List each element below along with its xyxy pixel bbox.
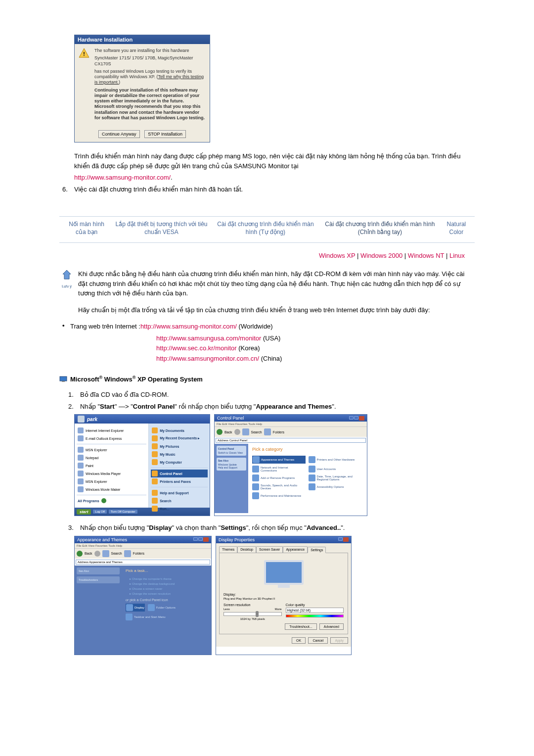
tab-themes[interactable]: Themes — [219, 546, 237, 553]
cp-printers[interactable]: Printers and Other Hardware — [309, 456, 362, 464]
resolution-slider[interactable] — [223, 612, 282, 616]
dialog-title: Hardware Installation — [75, 35, 210, 44]
cp-datetime[interactable]: Date, Time, Language, and Regional Optio… — [309, 474, 362, 481]
sm-control-panel[interactable]: Control Panel — [151, 470, 208, 477]
advanced-button[interactable]: Advanced — [319, 623, 344, 630]
sm-recent[interactable]: My Recent Documents ▸ — [151, 434, 208, 442]
avatar — [78, 416, 85, 423]
ok-button[interactable]: OK — [292, 637, 306, 644]
close-icon[interactable] — [359, 416, 364, 421]
cpd-display-icon[interactable]: Display — [126, 604, 145, 612]
cpd-address[interactable]: Address Appearance and Themes — [76, 560, 210, 565]
taskbar-turnoff[interactable]: Turn Off Computer — [109, 510, 137, 514]
back-icon[interactable] — [217, 429, 222, 435]
samsung-monitor-link[interactable]: http://www.samsung-monitor.com/ — [74, 174, 171, 181]
link-windows-2000[interactable]: Windows 2000 — [360, 252, 402, 259]
sm-msn2[interactable]: MSN Explorer — [77, 477, 146, 485]
step-6: 6. Việc cài đặt chương trình điều khiển … — [62, 185, 475, 194]
search-icon[interactable] — [102, 550, 109, 557]
cp-accessibility[interactable]: Accessibility Options — [309, 483, 362, 490]
link-samsung-china[interactable]: http://www.samsungmonitor.com.cn/ — [156, 355, 259, 362]
forward-icon[interactable] — [234, 429, 240, 435]
link-linux[interactable]: Linux — [449, 252, 465, 259]
link-samsung-monitor-ww[interactable]: http://www.samsung-monitor.com/ — [140, 323, 237, 330]
min-icon[interactable] — [193, 537, 198, 541]
sm-run[interactable]: Run... — [151, 505, 208, 513]
cpd-menu[interactable]: File Edit View Favorites Tools Help — [75, 543, 211, 548]
task-screensaver[interactable]: Choose a screen saver — [126, 587, 207, 590]
cp-sounds[interactable]: Sounds, Speech, and Audio Devices — [252, 483, 306, 490]
cp-performance[interactable]: Performance and Maintenance — [252, 492, 306, 499]
tab-settings[interactable]: Settings — [308, 547, 326, 553]
sm-help[interactable]: Help and Support — [151, 489, 208, 497]
sm-msn[interactable]: MSN Explorer — [77, 446, 146, 454]
tab-appearance[interactable]: Appearance — [283, 546, 308, 553]
color-quality-select[interactable]: Highest (32 bit) — [286, 608, 344, 613]
tab-driver-manual[interactable]: Cài đặt chương trình điều khiển màn hình… — [319, 217, 441, 240]
tab-vesa[interactable]: Lắp đặt thiết bị tương thích với tiêu ch… — [111, 217, 212, 240]
link-windows-xp[interactable]: Windows XP — [319, 252, 355, 259]
sm-mycomputer[interactable]: My Computer — [151, 458, 208, 466]
folders-icon[interactable] — [264, 428, 271, 435]
cp-menu[interactable]: File Edit View Favorites Tools Help — [215, 422, 367, 426]
link-samsung-korea[interactable]: http://www.sec.co.kr/monitor — [156, 344, 237, 352]
tab-screensaver[interactable]: Screen Saver — [256, 546, 283, 553]
help-icon[interactable] — [338, 537, 343, 541]
cp-network[interactable]: Network and Internet Connections — [252, 466, 306, 472]
cp-addremove[interactable]: Add or Remove Programs — [252, 474, 306, 481]
apply-button[interactable]: Apply — [330, 637, 348, 644]
cancel-button[interactable]: Cancel — [308, 637, 328, 644]
xp-step-1: 1. Bỏ đĩa CD vào ổ đĩa CD-ROM. — [68, 390, 475, 400]
taskbar-logoff[interactable]: Log Off — [93, 510, 107, 514]
search-icon[interactable] — [242, 428, 249, 435]
cp-address-bar[interactable]: Address Control Panel — [216, 438, 366, 443]
dp-resolution-col: Screen resolution LessMore 1024 by 768 p… — [223, 603, 282, 620]
min-icon[interactable] — [349, 416, 354, 420]
sm-mydocs[interactable]: My Documents — [151, 426, 208, 434]
cpd-folder-options[interactable]: Folder Options — [148, 604, 176, 612]
sm-email[interactable]: E-mail Outlook Express — [77, 434, 146, 442]
max-icon[interactable] — [354, 416, 358, 420]
sm-printers[interactable]: Printers and Faxes — [151, 477, 208, 485]
task-background[interactable]: Change the desktop background — [126, 582, 207, 585]
cp-appearance-themes[interactable]: Appearance and Themes — [252, 456, 306, 464]
sm-notepad[interactable]: Notepad — [77, 454, 146, 462]
sm-wmp[interactable]: Windows Media Player — [77, 470, 146, 477]
task-theme[interactable]: Change the computer's theme — [126, 577, 207, 580]
stop-installation-button[interactable]: STOP Installation — [144, 130, 186, 138]
tab-desktop[interactable]: Desktop — [237, 546, 256, 553]
cp-category-heading: Pick a category — [252, 447, 363, 452]
max-icon[interactable] — [198, 537, 203, 541]
troubleshoot-button[interactable]: Troubleshoot... — [285, 623, 316, 630]
sm-internet[interactable]: Internet Internet Explorer — [77, 426, 146, 434]
close-icon[interactable] — [343, 537, 349, 542]
tab-connect-monitor[interactable]: Nối màn hình của bạn — [62, 217, 111, 240]
color-preview — [286, 614, 344, 617]
continue-anyway-button[interactable]: Continue Anyway — [98, 130, 140, 138]
forward-icon[interactable] — [94, 551, 100, 557]
task-resolution[interactable]: Change the screen resolution — [126, 592, 207, 595]
folders-icon[interactable] — [124, 550, 131, 557]
sm-all-programs[interactable]: All Programs — [77, 497, 146, 505]
back-icon[interactable] — [77, 551, 83, 557]
cp-users[interactable]: User Accounts — [309, 466, 362, 472]
sm-search[interactable]: Search — [151, 497, 208, 505]
close-icon[interactable] — [203, 537, 209, 542]
sm-music[interactable]: My Music — [151, 450, 208, 458]
link-windows-nt[interactable]: Windows NT — [408, 252, 444, 259]
prepare-disk-text: Hãy chuẩn bị một đĩa trống và tải về tập… — [78, 305, 475, 315]
start-button[interactable]: start — [77, 509, 91, 515]
dialog-line-1: The software you are installing for this… — [94, 48, 205, 53]
note-text: Khi được nhắc bằng hệ điều hành của chươ… — [74, 269, 475, 298]
tab-driver-auto[interactable]: Cài đặt chương trình điều khiển màn hình… — [212, 217, 319, 240]
cpd-taskbar[interactable]: Taskbar and Start Menu — [126, 614, 207, 620]
help-support-link[interactable]: Help and Support — [218, 466, 245, 469]
warning-icon: ! — [79, 48, 89, 58]
link-samsung-usa[interactable]: http://www.samsungusa.com/monitor — [156, 334, 261, 342]
sm-paint[interactable]: Paint — [77, 462, 146, 470]
sm-pictures[interactable]: My Pictures — [151, 442, 208, 450]
sm-moviemaker[interactable]: Windows Movie Maker — [77, 485, 146, 493]
switch-classic-link[interactable]: Switch to Classic View — [218, 451, 245, 454]
tab-natural-color[interactable]: Natural Color — [441, 217, 472, 240]
cpd-titlebar: Appearance and Themes — [75, 536, 211, 543]
